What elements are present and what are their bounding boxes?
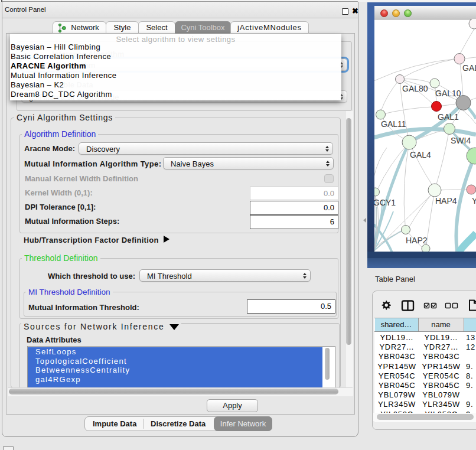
svg-text:GCY1: GCY1 (374, 198, 396, 207)
svg-text:GAL10: GAL10 (435, 89, 461, 98)
svg-text:GAL80: GAL80 (402, 84, 428, 93)
svg-text:GAL: GAL (462, 63, 476, 73)
svg-text:GAL1: GAL1 (438, 112, 459, 122)
svg-text:Y: Y (472, 196, 476, 206)
svg-text:SWI4: SWI4 (451, 136, 471, 145)
svg-text:HAP2: HAP2 (406, 236, 428, 245)
svg-text:GAL4: GAL4 (410, 150, 431, 159)
svg-text:GAL11: GAL11 (381, 119, 406, 129)
svg-text:HAP4: HAP4 (435, 196, 457, 206)
